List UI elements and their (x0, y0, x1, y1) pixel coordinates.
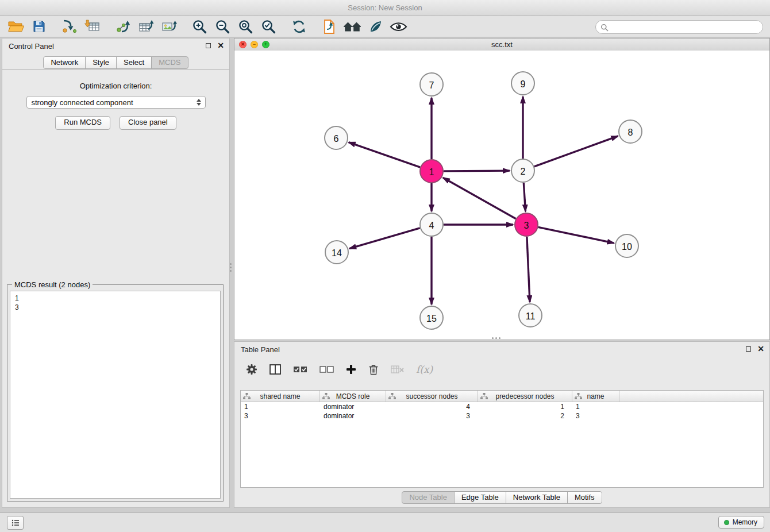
gear-icon (246, 364, 257, 375)
column-header-filler (619, 391, 763, 402)
function-builder-button[interactable]: f(x) (416, 364, 433, 375)
graph-edge-2-8[interactable] (534, 136, 618, 167)
network-graph: 7968123414101511 (234, 51, 769, 340)
optimization-criterion-select[interactable]: strongly connected component (26, 96, 206, 109)
tab-edge-table[interactable]: Edge Table (454, 491, 506, 504)
tab-style[interactable]: Style (85, 56, 117, 69)
export-network-button[interactable] (111, 17, 134, 36)
close-table-panel-icon[interactable]: ✕ (757, 346, 764, 352)
table-row[interactable]: 3dominator323 (241, 411, 763, 421)
zoom-out-button[interactable] (211, 17, 234, 36)
graph-edge-3-10[interactable] (538, 227, 614, 243)
deselect-all-icon (319, 365, 334, 373)
delete-row-button[interactable] (368, 364, 379, 375)
horizontal-splitter-handle[interactable] (492, 337, 500, 339)
zoom-in-button[interactable] (188, 17, 211, 36)
column-header-name[interactable]: name (572, 391, 619, 402)
title-bar: Session: New Session (0, 0, 770, 16)
eye-icon (390, 21, 407, 33)
table-cell: 3 (241, 411, 320, 421)
column-header-mcds-role[interactable]: MCDS role (320, 391, 386, 402)
network-view-window: ✕ – + scc.txt 7968123414101511 (234, 38, 770, 340)
status-menu-button[interactable] (7, 516, 24, 530)
graph-edge-1-2[interactable] (444, 171, 510, 171)
save-session-button[interactable] (28, 17, 51, 36)
list-icon (11, 519, 20, 526)
export-table-button[interactable] (134, 17, 157, 36)
table-cell: 4 (386, 402, 478, 411)
zoom-fit-button[interactable] (234, 17, 257, 36)
import-table-button[interactable] (81, 17, 104, 36)
memory-button[interactable]: Memory (718, 516, 764, 529)
table-row[interactable]: 1dominator411 (241, 402, 763, 411)
network-window-titlebar[interactable]: ✕ – + scc.txt (234, 38, 769, 51)
table-panel-tabbar: Node TableEdge TableNetwork TableMotifs (234, 491, 769, 504)
open-session-button[interactable] (5, 17, 28, 36)
graph-node-label-3: 3 (524, 221, 529, 230)
table-panel-title: Table Panel (241, 345, 280, 354)
home-button[interactable] (341, 17, 364, 36)
minimize-window-icon[interactable]: – (251, 41, 258, 48)
status-bar: Memory (0, 512, 770, 532)
tab-mcds[interactable]: MCDS (151, 56, 188, 69)
run-mcds-button[interactable]: Run MCDS (55, 116, 110, 130)
graph-edge-4-14[interactable] (349, 228, 420, 249)
tab-node-table[interactable]: Node Table (402, 491, 455, 504)
search-input[interactable] (611, 22, 760, 33)
zoom-window-icon[interactable]: + (262, 41, 270, 48)
mcds-result-title: MCDS result (2 nodes) (12, 280, 93, 289)
split-columns-icon (270, 364, 281, 375)
tab-select[interactable]: Select (116, 56, 152, 69)
graph-edge-3-1[interactable] (443, 178, 516, 218)
graph-edge-1-6[interactable] (349, 142, 421, 168)
mcds-result-groupbox: MCDS result (2 nodes) 13 (7, 284, 224, 502)
graph-node-label-15: 15 (426, 314, 437, 323)
optimization-criterion-value: strongly connected component (32, 98, 133, 107)
close-window-icon[interactable]: ✕ (239, 41, 247, 48)
select-all-button[interactable] (293, 365, 307, 373)
column-label: successor nodes (406, 392, 457, 400)
graph-node-label-9: 9 (521, 79, 526, 89)
zoom-selected-button[interactable] (257, 17, 280, 36)
graph-edge-3-11[interactable] (527, 237, 530, 302)
refresh-button[interactable] (287, 17, 310, 36)
table-cell: 1 (478, 402, 572, 411)
delete-table-button[interactable] (391, 365, 404, 374)
tab-network-table[interactable]: Network Table (506, 491, 568, 504)
graph-node-label-4: 4 (429, 221, 434, 230)
tree-column-icon (322, 393, 330, 399)
float-table-panel-icon[interactable] (746, 346, 751, 352)
zoom-fit-icon (238, 19, 253, 34)
column-header-shared-name[interactable]: shared name (241, 391, 320, 402)
tab-network[interactable]: Network (43, 56, 86, 69)
traffic-lights: ✕ – + (239, 41, 270, 48)
graph-edge-2-3[interactable] (523, 183, 525, 211)
network-canvas[interactable]: 7968123414101511 (234, 51, 769, 340)
import-network-button[interactable] (58, 17, 81, 36)
vertical-splitter-handle[interactable] (230, 263, 232, 272)
column-header-predecessor-nodes[interactable]: predecessor nodes (478, 391, 572, 402)
column-header-successor-nodes[interactable]: successor nodes (386, 391, 478, 402)
add-row-button[interactable] (346, 364, 356, 375)
search-icon (600, 24, 609, 32)
close-panel-button[interactable]: Close panel (120, 116, 176, 130)
split-columns-button[interactable] (270, 364, 281, 375)
table-header-row: shared nameMCDS rolesuccessor nodesprede… (241, 391, 763, 402)
show-graphics-details-button[interactable] (387, 17, 410, 36)
table-cell: 3 (572, 411, 619, 421)
mcds-result-list[interactable]: 13 (10, 291, 221, 499)
table-settings-button[interactable] (246, 364, 257, 375)
mcds-result-line: 3 (15, 303, 215, 312)
style-brush-button[interactable] (364, 17, 387, 36)
column-label: shared name (260, 392, 300, 400)
close-panel-icon[interactable]: ✕ (217, 43, 224, 49)
refresh-icon (291, 19, 307, 34)
deselect-all-button[interactable] (319, 365, 334, 373)
float-panel-icon[interactable] (206, 43, 211, 48)
tab-motifs[interactable]: Motifs (567, 491, 602, 504)
export-image-button[interactable] (157, 17, 180, 36)
table-cell: 1 (241, 402, 320, 411)
clone-page-button[interactable] (318, 17, 341, 36)
control-panel-tabbar: NetworkStyleSelectMCDS (2, 56, 229, 70)
export-table-icon (138, 19, 154, 34)
